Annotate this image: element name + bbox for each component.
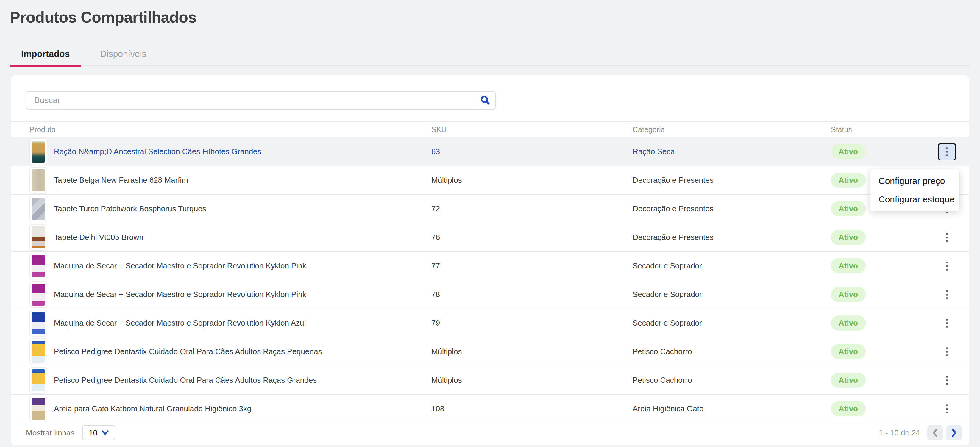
product-sku: 108	[431, 404, 633, 414]
rows-per-page-value: 10	[89, 428, 97, 437]
product-name-link[interactable]: Maquina de Secar + Secador Maestro e Sop…	[54, 290, 306, 299]
product-thumbnail	[29, 253, 47, 280]
product-sku: Múltiplos	[431, 176, 633, 185]
search-icon	[480, 95, 490, 105]
pagination-next-button[interactable]	[947, 425, 962, 441]
column-header-status: Status	[831, 125, 932, 134]
product-thumbnail	[29, 196, 47, 222]
product-category: Secador e Soprador	[633, 261, 831, 270]
column-header-produto: Produto	[29, 125, 431, 134]
product-name-link[interactable]: Petisco Pedigree Dentastix Cuidado Oral …	[54, 375, 317, 385]
search-input[interactable]	[26, 91, 475, 110]
status-badge: Ativo	[831, 230, 866, 245]
product-sku: 79	[431, 318, 633, 328]
chevron-left-icon	[932, 428, 938, 437]
product-name-link[interactable]: Maquina de Secar + Secador Maestro e Sop…	[54, 261, 306, 270]
product-sku: 76	[431, 233, 633, 242]
product-category: Secador e Soprador	[633, 318, 831, 328]
page-header: Produtos Compartilhados Importados Dispo…	[0, 0, 980, 66]
table-footer: Mostrar linhas 10 1 - 10 de 24	[11, 420, 969, 445]
table-row[interactable]: Tapete Delhi Vt005 Brown 76 Decoração e …	[11, 223, 969, 252]
pagination-prev-button[interactable]	[927, 425, 943, 441]
tab-bar: Importados Disponíveis	[10, 45, 970, 66]
product-name-link[interactable]: Petisco Pedigree Dentastix Cuidado Oral …	[54, 347, 322, 356]
rows-per-page-select[interactable]: 10	[82, 425, 115, 441]
product-sku: 77	[431, 261, 633, 270]
column-header-sku: SKU	[431, 125, 633, 134]
page-title: Produtos Compartilhados	[10, 8, 970, 26]
product-thumbnail	[29, 224, 47, 251]
kebab-dots-icon	[946, 294, 948, 296]
kebab-dots-icon	[946, 237, 948, 239]
menu-item-configurar-preco[interactable]: Configurar preço	[870, 172, 959, 190]
kebab-dots-icon	[946, 408, 948, 410]
status-badge: Ativo	[831, 344, 866, 359]
product-category: Secador e Soprador	[633, 290, 831, 299]
product-category: Petisco Cachorro	[633, 347, 831, 356]
content-card: Produto SKU Categoria Status Ração N&amp…	[11, 75, 969, 445]
product-category: Ração Seca	[633, 147, 831, 156]
status-badge: Ativo	[831, 201, 866, 216]
product-thumbnail	[29, 396, 47, 422]
product-name-link[interactable]: Tapete Turco Patchwork Bosphorus Turques	[54, 204, 206, 213]
row-actions-kebab-button[interactable]	[938, 372, 956, 389]
product-thumbnail	[29, 338, 47, 365]
product-thumbnail	[29, 138, 47, 165]
status-badge: Ativo	[831, 401, 866, 416]
product-category: Petisco Cachorro	[633, 375, 831, 385]
row-actions-kebab-button[interactable]	[938, 143, 956, 161]
search-button[interactable]	[475, 91, 496, 110]
product-sku: Múltiplos	[431, 375, 633, 385]
kebab-dots-icon	[946, 322, 948, 324]
table-row[interactable]: Ração N&amp;D Ancestral Selection Cães F…	[11, 137, 969, 166]
product-category: Areia Higiênica Gato	[633, 404, 831, 414]
product-category: Decoração e Presentes	[633, 233, 831, 242]
row-actions-kebab-button[interactable]	[938, 286, 956, 303]
kebab-dots-icon	[946, 351, 948, 353]
status-badge: Ativo	[831, 144, 866, 159]
row-actions-kebab-button[interactable]	[938, 315, 956, 332]
table-row[interactable]: Maquina de Secar + Secador Maestro e Sop…	[11, 309, 969, 337]
product-name-link[interactable]: Areia para Gato Katbom Natural Granulado…	[54, 404, 251, 414]
chevron-right-icon	[951, 428, 958, 437]
product-category: Decoração e Presentes	[633, 204, 831, 213]
status-badge: Ativo	[831, 173, 866, 188]
tab-disponiveis[interactable]: Disponíveis	[89, 45, 158, 67]
row-actions-kebab-button[interactable]	[938, 229, 956, 246]
product-sku: 63	[431, 147, 633, 156]
product-name-link[interactable]: Tapete Delhi Vt005 Brown	[54, 233, 143, 242]
product-thumbnail	[29, 367, 47, 394]
table-row[interactable]: Petisco Pedigree Dentastix Cuidado Oral …	[11, 366, 969, 395]
status-badge: Ativo	[831, 258, 866, 274]
table-row[interactable]: Tapete Belga New Farashe 628 Marfim Múlt…	[11, 166, 969, 195]
product-sku: Múltiplos	[431, 347, 633, 356]
product-thumbnail	[29, 167, 47, 194]
table-row[interactable]: Tapete Turco Patchwork Bosphorus Turques…	[11, 195, 969, 223]
product-sku: 78	[431, 290, 633, 299]
product-thumbnail	[29, 281, 47, 308]
table-row[interactable]: Areia para Gato Katbom Natural Granulado…	[11, 395, 969, 423]
table-row[interactable]: Maquina de Secar + Secador Maestro e Sop…	[11, 280, 969, 309]
tab-importados[interactable]: Importados	[10, 45, 81, 67]
row-actions-kebab-button[interactable]	[938, 343, 956, 360]
product-name-link[interactable]: Maquina de Secar + Secador Maestro e Sop…	[54, 318, 306, 328]
column-header-categoria: Categoria	[633, 125, 831, 134]
products-table: Produto SKU Categoria Status Ração N&amp…	[11, 121, 969, 423]
product-sku: 72	[431, 204, 633, 213]
status-badge: Ativo	[831, 287, 866, 302]
menu-item-configurar-estoque[interactable]: Configurar estoque	[870, 190, 959, 208]
product-thumbnail	[29, 310, 47, 337]
row-actions-menu: Configurar preço Configurar estoque	[870, 169, 959, 211]
table-row[interactable]: Maquina de Secar + Secador Maestro e Sop…	[11, 252, 969, 280]
kebab-dots-icon	[946, 151, 948, 153]
table-header-row: Produto SKU Categoria Status	[11, 122, 969, 137]
row-actions-kebab-button[interactable]	[938, 400, 956, 418]
table-row[interactable]: Petisco Pedigree Dentastix Cuidado Oral …	[11, 337, 969, 366]
product-name-link[interactable]: Tapete Belga New Farashe 628 Marfim	[54, 176, 188, 185]
product-category: Decoração e Presentes	[633, 176, 831, 185]
pagination-range: 1 - 10 de 24	[879, 428, 920, 437]
product-name-link[interactable]: Ração N&amp;D Ancestral Selection Cães F…	[54, 147, 261, 156]
kebab-dots-icon	[946, 265, 948, 267]
kebab-dots-icon	[946, 379, 948, 381]
row-actions-kebab-button[interactable]	[938, 258, 956, 275]
